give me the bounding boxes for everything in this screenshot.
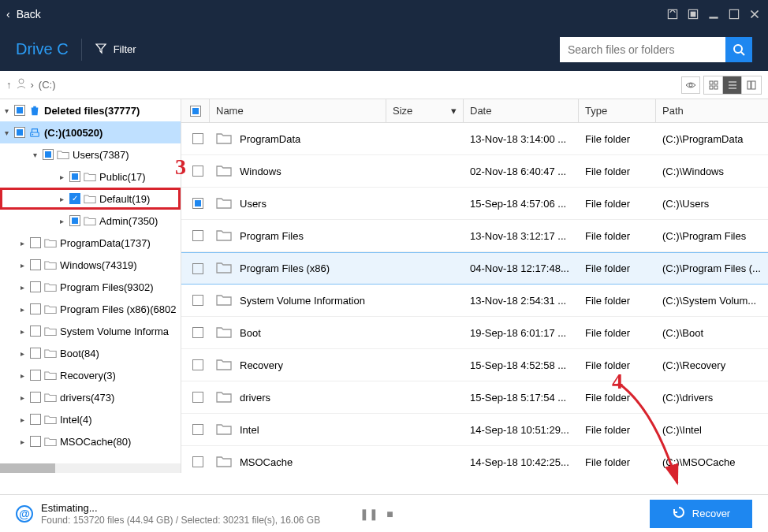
row-checkbox[interactable] xyxy=(192,230,203,241)
view-detail-button[interactable] xyxy=(742,76,761,94)
tree-item-12[interactable]: ▸ Intel(4) xyxy=(0,408,181,430)
expand-chevron-icon[interactable]: ▸ xyxy=(17,239,27,247)
row-checkbox[interactable] xyxy=(192,263,203,274)
breadcrumb-path[interactable]: (C:) xyxy=(39,79,56,91)
expand-chevron-icon[interactable]: ▸ xyxy=(17,437,27,446)
tree-item-5[interactable]: ▸ Windows(74319) xyxy=(0,254,181,276)
expand-chevron-icon[interactable]: ▸ xyxy=(57,195,66,203)
preview-toggle-button[interactable] xyxy=(681,76,700,94)
tree-checkbox[interactable] xyxy=(30,348,41,359)
file-row[interactable]: Boot 19-Sep-18 6:01:17 ... File folder (… xyxy=(181,317,768,349)
tree-checkbox[interactable] xyxy=(43,149,54,160)
expand-chevron-icon[interactable]: ▸ xyxy=(17,393,27,402)
row-checkbox[interactable] xyxy=(192,198,203,209)
close-icon[interactable] xyxy=(747,7,762,21)
search-input[interactable] xyxy=(560,37,725,62)
expand-chevron-icon[interactable]: ▸ xyxy=(17,415,27,424)
tree-checkbox[interactable] xyxy=(30,436,41,447)
file-path: (C:)\ProgramData xyxy=(656,133,768,145)
tree-checkbox[interactable] xyxy=(30,392,41,403)
file-type: File folder xyxy=(579,295,656,307)
file-row[interactable]: Users 15-Sep-18 4:57:06 ... File folder … xyxy=(181,188,768,220)
expand-chevron-icon[interactable]: ▸ xyxy=(17,371,27,380)
drive-root-node[interactable]: ▾ (C:)(100520) xyxy=(0,121,181,143)
file-row[interactable]: System Volume Information 13-Nov-18 2:54… xyxy=(181,285,768,317)
file-row[interactable]: Program Files 13-Nov-18 3:12:17 ... File… xyxy=(181,220,768,252)
expand-chevron-icon[interactable]: ▾ xyxy=(30,151,39,159)
back-button[interactable]: Back xyxy=(17,8,41,20)
file-row[interactable]: ProgramData 13-Nov-18 3:14:00 ... File f… xyxy=(181,123,768,155)
tree-item-4[interactable]: ▸ ProgramData(1737) xyxy=(0,232,181,254)
tree-checkbox[interactable] xyxy=(30,370,41,381)
row-checkbox[interactable] xyxy=(192,424,203,435)
filter-button[interactable]: Filter xyxy=(95,42,136,57)
tree-checkbox[interactable] xyxy=(30,303,41,314)
tree-checkbox[interactable] xyxy=(30,237,41,248)
view-list-button[interactable] xyxy=(723,76,742,94)
tree-item-8[interactable]: ▸ System Volume Informa xyxy=(0,320,181,342)
file-date: 02-Nov-18 6:40:47 ... xyxy=(464,166,579,177)
row-checkbox[interactable] xyxy=(192,295,203,306)
tree-checkbox[interactable] xyxy=(30,281,41,292)
column-type[interactable]: Type xyxy=(579,99,656,122)
tree-checkbox[interactable] xyxy=(30,326,41,337)
up-arrow-icon[interactable]: ↑ xyxy=(6,79,12,91)
tree-checkbox[interactable] xyxy=(30,259,41,270)
expand-chevron-icon[interactable]: ▾ xyxy=(2,128,11,137)
file-name: Users xyxy=(240,198,267,210)
expand-chevron-icon[interactable]: ▸ xyxy=(57,173,66,181)
tree-item-0[interactable]: ▾ Users(7387) xyxy=(0,143,181,166)
tree-item-3[interactable]: ▸ Admin(7350) xyxy=(0,210,181,232)
tree-checkbox[interactable] xyxy=(30,414,41,425)
column-size[interactable]: Size▾ xyxy=(386,99,464,122)
stop-button[interactable]: ■ xyxy=(386,508,393,520)
expand-chevron-icon[interactable]: ▸ xyxy=(17,349,27,358)
tree-item-7[interactable]: ▸ Program Files (x86)(6802 xyxy=(0,298,181,320)
window-icon-2[interactable] xyxy=(686,7,700,21)
tree-item-11[interactable]: ▸ drivers(473) xyxy=(0,386,181,408)
pause-button[interactable]: ❚❚ xyxy=(360,508,378,520)
row-checkbox[interactable] xyxy=(192,166,203,177)
column-date[interactable]: Date xyxy=(464,99,579,122)
column-path[interactable]: Path xyxy=(656,99,768,122)
tree-item-6[interactable]: ▸ Program Files(9302) xyxy=(0,276,181,298)
expand-chevron-icon[interactable]: ▸ xyxy=(17,305,27,314)
file-row[interactable]: Program Files (x86) 04-Nov-18 12:17:48..… xyxy=(181,252,768,285)
expand-chevron-icon[interactable]: ▸ xyxy=(17,283,27,292)
svg-rect-12 xyxy=(714,86,718,89)
user-crumb-icon[interactable] xyxy=(17,78,26,91)
tree-item-2[interactable]: ▸ Default(19) xyxy=(0,188,181,210)
deleted-files-node[interactable]: ▾ Deleted files(37777) xyxy=(0,99,181,121)
tree-item-9[interactable]: ▸ Boot(84) xyxy=(0,342,181,364)
minimize-icon[interactable] xyxy=(706,7,721,21)
tree-item-10[interactable]: ▸ Recovery(3) xyxy=(0,364,181,386)
search-button[interactable] xyxy=(725,37,752,62)
row-checkbox[interactable] xyxy=(192,327,203,338)
row-checkbox[interactable] xyxy=(192,133,203,144)
row-checkbox[interactable] xyxy=(192,392,203,403)
row-checkbox[interactable] xyxy=(192,456,203,467)
tree-checkbox[interactable] xyxy=(14,105,25,116)
header-checkbox-cell[interactable] xyxy=(181,99,210,122)
row-checkbox[interactable] xyxy=(192,359,203,370)
back-chevron-icon[interactable]: ‹ xyxy=(6,8,10,20)
recover-button[interactable]: Recover xyxy=(650,500,752,528)
tree-item-13[interactable]: ▸ MSOCache(80) xyxy=(0,430,181,452)
tree-checkbox[interactable] xyxy=(69,193,80,204)
tree-checkbox[interactable] xyxy=(69,215,80,226)
tree-checkbox[interactable] xyxy=(69,171,80,182)
view-grid-button[interactable] xyxy=(704,76,723,94)
expand-chevron-icon[interactable]: ▸ xyxy=(57,217,66,225)
expand-chevron-icon[interactable]: ▾ xyxy=(2,106,11,115)
tree-scrollbar[interactable] xyxy=(0,463,181,473)
expand-chevron-icon[interactable]: ▸ xyxy=(17,261,27,270)
tree-checkbox[interactable] xyxy=(14,127,25,138)
expand-chevron-icon[interactable]: ▸ xyxy=(17,327,27,336)
maximize-icon[interactable] xyxy=(727,7,741,21)
tree-item-1[interactable]: ▸ Public(17) xyxy=(0,166,181,188)
header-checkbox[interactable] xyxy=(190,106,201,117)
file-row[interactable]: Windows 02-Nov-18 6:40:47 ... File folde… xyxy=(181,155,768,188)
divider xyxy=(81,39,82,61)
window-icon-1[interactable] xyxy=(665,7,680,21)
column-name[interactable]: Name xyxy=(210,99,386,122)
